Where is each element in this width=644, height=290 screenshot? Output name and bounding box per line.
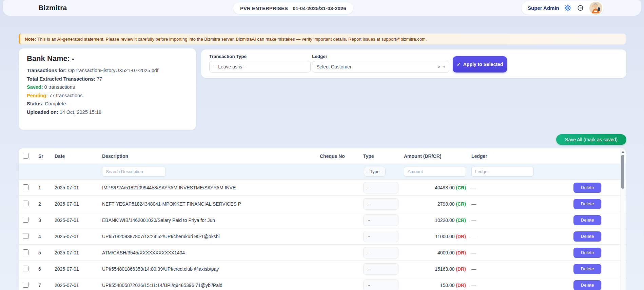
drcr-badge: (CR)	[456, 201, 466, 207]
row-amount-cell: 10220.00 (CR)	[404, 218, 469, 223]
drcr-badge: (DR)	[456, 266, 466, 272]
ledger-label: Ledger	[312, 54, 449, 59]
row-ledger: —	[469, 218, 568, 223]
row-date: 2025-07-01	[51, 185, 99, 190]
row-description: UPI/554801866353/14:00:39/UPI/cred.club …	[99, 266, 319, 272]
save-all-button[interactable]: Save All (mark as saved)	[556, 134, 626, 145]
org-pill: PVR ENTERPRISES 01-04-2025/31-03-2026	[233, 2, 353, 14]
row-description: IMPS/P2A/518210994458/SAYYAM INVESTME/SA…	[99, 185, 319, 190]
note-text: This is an AI-generated statement. Pleas…	[37, 37, 427, 42]
row-checkbox[interactable]	[23, 217, 28, 223]
transactions-table: Sr Date Description Cheque No Type Amoun…	[19, 148, 626, 290]
transaction-type-select[interactable]: -- Leave as is --	[209, 61, 311, 72]
table-row: 5 2025-07-01 ATM/CASH/3545/XXXXXXXXXXX14…	[19, 245, 626, 261]
drcr-badge: (CR)	[456, 218, 466, 223]
row-ledger: —	[469, 185, 568, 190]
delete-button[interactable]: Delete	[573, 231, 601, 242]
user-pill: Super Admin	[522, 1, 604, 15]
row-sr: 3	[34, 218, 51, 223]
scrollbar-thumb[interactable]	[621, 155, 624, 189]
saved-line: Saved: 0 transactions	[27, 84, 188, 90]
col-amount: Amount (DR/CR)	[404, 153, 469, 159]
row-date: 2025-07-01	[51, 283, 99, 288]
table-scrollbar[interactable]	[620, 149, 625, 290]
fiscal-year: 01-04-2025/31-03-2026	[293, 5, 346, 11]
row-ledger: —	[469, 201, 568, 207]
row-checkbox[interactable]	[23, 233, 28, 239]
row-amount-cell: 11000.00 (DR)	[404, 234, 469, 239]
amount-filter-input[interactable]	[404, 167, 466, 177]
row-amount-cell: 15163.00 (DR)	[404, 266, 469, 272]
delete-button[interactable]: Delete	[573, 280, 601, 290]
delete-button[interactable]: Delete	[573, 248, 601, 258]
row-date: 2025-07-01	[51, 250, 99, 255]
row-type-select[interactable]: -	[363, 279, 398, 290]
clear-selection-icon[interactable]: ×	[438, 64, 441, 69]
table-row: 1 2025-07-01 IMPS/P2A/518210994458/SAYYA…	[19, 180, 626, 196]
drcr-badge: (DR)	[456, 250, 466, 255]
user-avatar[interactable]	[589, 2, 602, 15]
table-row: 2 2025-07-01 NEFT-YESAP51824348041-MPOKK…	[19, 196, 626, 212]
statement-summary-card: Bank Name: - Transactions for: OpTransac…	[19, 48, 196, 130]
row-type-select[interactable]: -	[363, 182, 398, 193]
col-description: Description	[99, 153, 319, 159]
row-checkbox[interactable]	[23, 266, 28, 271]
table-body: 1 2025-07-01 IMPS/P2A/518210994458/SAYYA…	[19, 180, 626, 290]
row-amount-cell: 40498.00 (CR)	[404, 185, 469, 190]
row-sr: 4	[34, 234, 51, 239]
col-cheque-no: Cheque No	[319, 153, 363, 159]
table-filter-row: - Type -	[19, 164, 626, 180]
row-checkbox[interactable]	[23, 249, 28, 255]
scroll-up-arrow-icon[interactable]	[622, 151, 624, 153]
bulk-apply-card: Transaction Type -- Leave as is -- Ledge…	[201, 49, 626, 78]
pending-line: Pending: 77 transactions	[27, 93, 188, 98]
row-type-select[interactable]: -	[363, 231, 398, 242]
row-amount-cell: 2798.00 (CR)	[404, 201, 469, 207]
drcr-badge: (DR)	[456, 283, 466, 288]
transaction-type-label: Transaction Type	[209, 54, 311, 59]
ledger-filter-input[interactable]	[471, 167, 533, 177]
row-checkbox[interactable]	[23, 282, 28, 288]
ledger-field: Ledger Select Customer × ▾	[312, 54, 449, 72]
search-description-input[interactable]	[102, 167, 166, 177]
settings-gear-icon[interactable]	[564, 4, 572, 12]
total-extracted-line: Total Extracted Transactions: 77	[27, 76, 188, 82]
note-label: Note:	[25, 37, 36, 42]
row-type-select[interactable]: -	[363, 263, 398, 275]
col-type: Type	[363, 153, 404, 159]
row-description: UPI/554805872026/15:11:14/UPI/q9485396 7…	[99, 283, 319, 288]
brand-logo: Bizmitra	[38, 4, 67, 12]
col-ledger: Ledger	[469, 153, 568, 159]
delete-button[interactable]: Delete	[573, 199, 601, 209]
row-sr: 5	[34, 250, 51, 255]
delete-button[interactable]: Delete	[573, 183, 601, 193]
status-line: Status: Complete	[27, 101, 188, 106]
org-name: PVR ENTERPRISES	[240, 5, 288, 11]
row-type-select[interactable]: -	[363, 198, 398, 210]
check-icon: ✓	[457, 62, 461, 67]
logout-icon[interactable]	[577, 4, 584, 12]
type-filter-select[interactable]: - Type -	[364, 167, 386, 177]
select-all-checkbox[interactable]	[23, 153, 28, 159]
delete-button[interactable]: Delete	[573, 215, 601, 225]
row-checkbox[interactable]	[23, 201, 28, 206]
row-ledger: —	[469, 283, 568, 288]
table-row: 6 2025-07-01 UPI/554801866353/14:00:39/U…	[19, 261, 626, 277]
ledger-select[interactable]: Select Customer × ▾	[312, 61, 449, 72]
bank-name-title: Bank Name: -	[27, 54, 188, 63]
row-sr: 1	[34, 185, 51, 190]
drcr-badge: (CR)	[456, 185, 466, 190]
user-role-label: Super Admin	[528, 5, 559, 11]
row-amount-cell: 150.00 (DR)	[404, 283, 469, 288]
delete-button[interactable]: Delete	[573, 264, 601, 274]
transactions-for-line: Transactions for: OpTransactionHistoryUX…	[27, 68, 188, 73]
app-header: Bizmitra PVR ENTERPRISES 01-04-2025/31-0…	[3, 0, 641, 16]
row-description: ATM/CASH/3545/XXXXXXXXXXX1404	[99, 250, 319, 255]
row-description: NEFT-YESAP51824348041-MPOKKET FINANCIAL …	[99, 201, 319, 207]
row-type-select[interactable]: -	[363, 247, 398, 258]
row-type-select[interactable]: -	[363, 214, 398, 226]
ai-note-banner: Note: This is an AI-generated statement.…	[19, 34, 626, 44]
apply-to-selected-button[interactable]: ✓ Apply to Selected	[453, 56, 507, 72]
row-sr: 6	[34, 266, 51, 272]
row-checkbox[interactable]	[23, 184, 28, 190]
